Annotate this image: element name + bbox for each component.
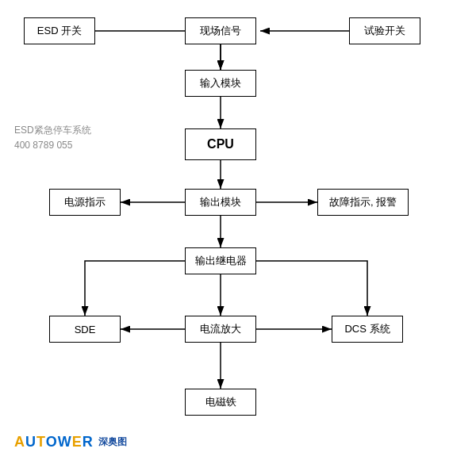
box-sde: SDE <box>49 316 121 343</box>
logo-letter-a: A <box>14 434 25 450</box>
logo-autower-text: AUTOWER <box>14 434 94 450</box>
sidebar-line2: 400 8789 055 <box>14 138 91 153</box>
box-cpu: CPU <box>185 128 256 160</box>
sidebar-info: ESD紧急停车系统 400 8789 055 <box>14 123 91 153</box>
box-trial: 试验开关 <box>349 17 420 44</box>
box-dcs: DCS 系统 <box>332 316 403 343</box>
logo-letter-r: R <box>83 434 94 450</box>
box-magnet: 电磁铁 <box>185 389 256 416</box>
logo-letter-o: O <box>46 434 58 450</box>
box-amp: 电流放大 <box>185 316 256 343</box>
logo-letter-u: U <box>25 434 36 450</box>
box-output: 输出模块 <box>185 189 256 216</box>
diagram: ESD 开关 现场信号 试验开关 输入模块 CPU 输出模块 电源指示 故障指示… <box>0 0 476 460</box>
logo-letter-w: W <box>58 434 72 450</box>
box-esd: ESD 开关 <box>24 17 95 44</box>
box-signal: 现场信号 <box>185 17 256 44</box>
box-input: 输入模块 <box>185 70 256 97</box>
box-relay: 输出继电器 <box>185 247 256 274</box>
logo-letter-t: T <box>36 434 46 450</box>
logo: AUTOWER 深奥图 <box>14 434 127 450</box>
box-fault: 故障指示, 报警 <box>317 189 409 216</box>
logo-chinese: 深奥图 <box>98 435 127 449</box>
box-power: 电源指示 <box>49 189 121 216</box>
logo-letter-e: E <box>72 434 83 450</box>
sidebar-line1: ESD紧急停车系统 <box>14 123 91 138</box>
